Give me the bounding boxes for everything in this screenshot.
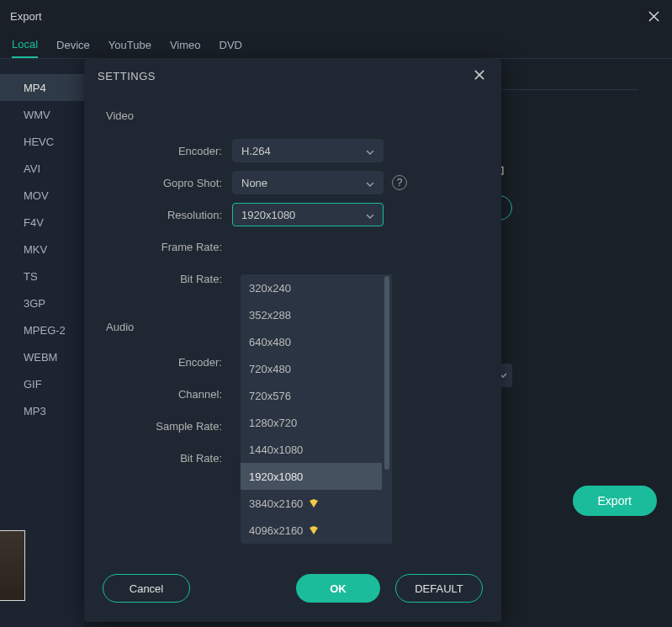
video-thumbnail — [0, 530, 25, 601]
label-video-encoder: Encoder: — [106, 145, 232, 157]
sidebar-item-gif[interactable]: GIF — [0, 370, 84, 397]
tab-vimeo[interactable]: Vimeo — [170, 32, 201, 58]
option-label: 1440x1080 — [249, 444, 303, 456]
diamond-premium-icon — [308, 524, 320, 536]
option-label: 1280x720 — [249, 417, 297, 429]
sidebar-item-mov[interactable]: MOV — [0, 182, 84, 209]
select-gopro[interactable]: None — [232, 171, 384, 194]
resolution-option[interactable]: 320x240 — [241, 274, 382, 301]
sidebar-item-ts[interactable]: TS — [0, 263, 84, 290]
select-video-encoder[interactable]: H.264 — [232, 139, 384, 162]
tab-local[interactable]: Local — [12, 32, 38, 58]
dialog-body: Video Encoder: H.264 Gopro Shot: None ? … — [84, 93, 501, 555]
resolution-option[interactable]: 1280x720 — [241, 409, 382, 436]
label-channel: Channel: — [106, 388, 232, 401]
tab-dvd[interactable]: DVD — [220, 32, 242, 58]
option-label: 352x288 — [249, 309, 291, 321]
option-label: 720x576 — [249, 390, 291, 402]
label-resolution: Resolution: — [106, 209, 232, 221]
resolution-option[interactable]: 3840x2160 — [241, 490, 382, 517]
select-resolution[interactable]: 1920x1080 — [232, 203, 384, 226]
chevron-down-icon — [366, 177, 374, 189]
resolution-option[interactable]: 720x480 — [241, 355, 382, 382]
option-label: 640x480 — [249, 336, 291, 348]
select-value: None — [241, 177, 267, 189]
sidebar-item-mkv[interactable]: MKV — [0, 236, 84, 263]
window-title: Export — [10, 10, 42, 23]
resolution-option[interactable]: 1440x1080 — [241, 436, 382, 463]
dropdown-scrollbar[interactable] — [382, 274, 392, 544]
label-gopro: Gopro Shot: — [106, 177, 232, 189]
title-bar: Export — [0, 0, 672, 32]
resolution-dropdown-panel: 320x240 352x288 640x480 720x480 720x576 … — [241, 274, 392, 544]
sidebar-item-avi[interactable]: AVI — [0, 155, 84, 182]
scrollbar-thumb[interactable] — [384, 276, 389, 470]
dialog-footer: Cancel OK DEFAULT — [84, 555, 501, 622]
label-frame-rate: Frame Rate: — [106, 241, 232, 253]
export-tabs: Local Device YouTube Vimeo DVD — [0, 32, 672, 59]
video-section-label: Video — [106, 109, 479, 122]
gopro-help-button[interactable]: ? — [392, 175, 407, 190]
resolution-option[interactable]: 4096x2160 — [241, 517, 382, 544]
label-audio-encoder: Encoder: — [106, 356, 232, 369]
option-label: 320x240 — [249, 282, 291, 295]
row-video-encoder: Encoder: H.264 — [106, 139, 479, 162]
dialog-header: SETTINGS — [84, 59, 501, 93]
row-resolution: Resolution: 1920x1080 — [106, 203, 479, 226]
ok-button[interactable]: OK — [296, 574, 380, 603]
window-close-button[interactable] — [645, 8, 662, 24]
label-video-bitrate: Bit Rate: — [106, 273, 232, 285]
resolution-option-selected[interactable]: 1920x1080 — [241, 463, 382, 490]
select-value: H.264 — [241, 145, 271, 157]
sidebar-item-mpeg2[interactable]: MPEG-2 — [0, 316, 84, 343]
resolution-options-list: 320x240 352x288 640x480 720x480 720x576 … — [241, 274, 382, 544]
resolution-option[interactable]: 640x480 — [241, 328, 382, 355]
close-icon — [648, 11, 659, 22]
cancel-button[interactable]: Cancel — [103, 574, 190, 603]
chevron-down-icon — [366, 145, 374, 157]
option-label: 720x480 — [249, 363, 291, 375]
row-frame-rate: Frame Rate: — [106, 235, 479, 258]
sidebar-item-webm[interactable]: WEBM — [0, 343, 84, 370]
diamond-premium-icon — [308, 497, 320, 509]
label-sample-rate: Sample Rate: — [106, 420, 232, 433]
export-button[interactable]: Export — [573, 486, 657, 516]
dialog-title: SETTINGS — [98, 70, 156, 82]
select-value: 1920x1080 — [241, 209, 295, 221]
tab-device[interactable]: Device — [56, 32, 90, 58]
resolution-option[interactable]: 720x576 — [241, 382, 382, 409]
settings-dialog: SETTINGS Video Encoder: H.264 Gopro Shot… — [84, 59, 501, 622]
close-icon — [474, 70, 484, 80]
option-label: 4096x2160 — [249, 524, 303, 537]
row-gopro-shot: Gopro Shot: None ? — [106, 171, 479, 194]
label-audio-bitrate: Bit Rate: — [106, 452, 232, 465]
default-button[interactable]: DEFAULT — [395, 574, 483, 603]
resolution-option[interactable]: 352x288 — [241, 301, 382, 328]
tab-youtube[interactable]: YouTube — [108, 32, 151, 58]
dialog-close-button[interactable] — [474, 68, 484, 83]
sidebar-item-mp3[interactable]: MP3 — [0, 397, 84, 424]
sidebar-item-wmv[interactable]: WMV — [0, 101, 84, 128]
option-label: 3840x2160 — [249, 497, 303, 510]
chevron-down-icon — [366, 209, 374, 221]
sidebar-item-mp4[interactable]: MP4 — [0, 74, 84, 101]
sidebar-item-hevc[interactable]: HEVC — [0, 128, 84, 155]
sidebar-item-f4v[interactable]: F4V — [0, 209, 84, 236]
question-icon: ? — [397, 177, 403, 189]
sidebar-item-3gp[interactable]: 3GP — [0, 290, 84, 316]
option-label: 1920x1080 — [249, 470, 303, 483]
